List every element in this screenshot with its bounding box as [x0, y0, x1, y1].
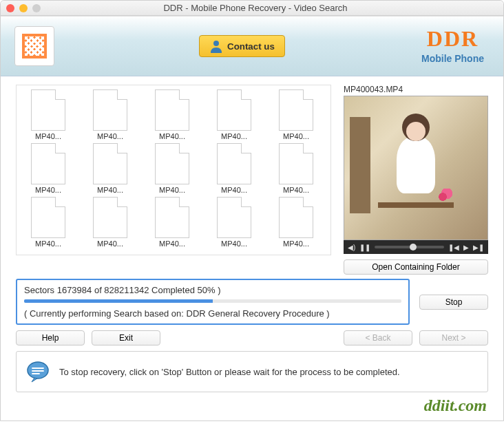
logo-icon: [22, 34, 47, 58]
file-item[interactable]: MP40...: [81, 197, 139, 248]
volume-icon[interactable]: ◀): [348, 244, 355, 251]
file-icon: [217, 89, 251, 131]
window-title: DDR - Mobile Phone Recovery - Video Sear…: [13, 3, 498, 13]
file-icon: [93, 143, 127, 184]
file-label: MP40...: [148, 239, 196, 248]
file-item[interactable]: MP40...: [19, 197, 77, 248]
stop-button[interactable]: Stop: [419, 295, 488, 310]
file-label: MP40...: [272, 132, 320, 140]
file-label: MP40...: [86, 132, 134, 140]
file-icon: [31, 89, 65, 131]
media-controls: ◀) ❚❚ ❚◀ ▶ ▶❚: [344, 240, 488, 254]
file-item[interactable]: MP40...: [205, 89, 263, 140]
file-item[interactable]: MP40...: [81, 89, 139, 140]
file-icon: [155, 89, 189, 131]
file-icon: [93, 197, 127, 238]
file-icon: [217, 197, 251, 238]
brand: DDR Mobile Phone: [421, 26, 484, 64]
file-grid: MP40...MP40...MP40...MP40...MP40...MP40.…: [16, 85, 331, 255]
next-button: Next >: [419, 330, 488, 345]
brand-subtitle: Mobile Phone: [421, 53, 484, 64]
next-icon[interactable]: ▶❚: [473, 244, 484, 251]
pause-icon[interactable]: ❚❚: [359, 244, 370, 251]
header: Contact us DDR Mobile Phone: [1, 16, 503, 76]
brand-title: DDR: [421, 26, 484, 52]
titlebar: DDR - Mobile Phone Recovery - Video Sear…: [1, 1, 503, 16]
file-item[interactable]: MP40...: [267, 197, 325, 248]
file-icon: [155, 197, 189, 238]
prev-icon[interactable]: ❚◀: [448, 244, 459, 251]
file-label: MP40...: [272, 186, 320, 194]
file-item[interactable]: MP40...: [143, 197, 201, 248]
progress-fill: [24, 299, 213, 303]
content-area: MP40...MP40...MP40...MP40...MP40...MP40.…: [1, 76, 503, 255]
svg-point-0: [213, 41, 219, 46]
video-preview[interactable]: [344, 96, 488, 240]
file-item[interactable]: MP40...: [267, 89, 325, 140]
file-item[interactable]: MP40...: [267, 143, 325, 194]
file-label: MP40...: [24, 186, 72, 194]
file-label: MP40...: [272, 239, 320, 248]
file-item[interactable]: MP40...: [81, 143, 139, 194]
file-item[interactable]: MP40...: [19, 89, 77, 140]
play-icon[interactable]: ▶: [463, 244, 469, 251]
app-logo: [14, 26, 54, 66]
exit-button[interactable]: Exit: [92, 330, 160, 345]
file-item[interactable]: MP40...: [205, 143, 263, 194]
file-label: MP40...: [148, 132, 196, 140]
file-label: MP40...: [210, 186, 258, 194]
file-icon: [279, 143, 313, 184]
file-label: MP40...: [86, 186, 134, 194]
file-label: MP40...: [148, 186, 196, 194]
file-icon: [279, 89, 313, 131]
hint-box: To stop recovery, click on 'Stop' Button…: [16, 351, 488, 392]
app-window: DDR - Mobile Phone Recovery - Video Sear…: [0, 0, 504, 421]
preview-image: [344, 96, 487, 239]
progress-status: Sectors 1673984 of 828211342 Completed 5…: [24, 285, 401, 295]
file-label: MP40...: [210, 132, 258, 140]
file-item[interactable]: MP40...: [143, 143, 201, 194]
file-icon: [279, 197, 313, 238]
file-icon: [155, 143, 189, 184]
back-button: < Back: [344, 330, 412, 345]
file-label: MP40...: [210, 239, 258, 248]
file-item[interactable]: MP40...: [143, 89, 201, 140]
svg-point-1: [28, 362, 48, 379]
file-item[interactable]: MP40...: [19, 143, 77, 194]
progress-subtitle: ( Currently performing Search based on: …: [24, 308, 401, 319]
file-icon: [217, 143, 251, 184]
file-label: MP40...: [24, 132, 72, 140]
person-icon: [209, 39, 223, 53]
open-containing-folder-button[interactable]: Open Containing Folder: [344, 259, 488, 275]
nav-row: Help Exit < Back Next >: [1, 325, 503, 345]
progress-row: Sectors 1673984 of 828211342 Completed 5…: [1, 275, 503, 325]
file-icon: [93, 89, 127, 131]
contact-us-button[interactable]: Contact us: [199, 35, 285, 57]
seek-bar[interactable]: [375, 246, 444, 248]
file-icon: [31, 197, 65, 238]
file-label: MP40...: [24, 239, 72, 248]
info-icon: [26, 360, 50, 383]
preview-panel: MP400043.MP4 ◀) ❚❚ ❚◀ ▶ ▶❚: [344, 85, 488, 255]
help-button[interactable]: Help: [16, 330, 85, 345]
hint-text: To stop recovery, click on 'Stop' Button…: [59, 367, 400, 377]
preview-filename: MP400043.MP4: [344, 85, 488, 94]
file-label: MP40...: [86, 239, 134, 248]
progress-bar: [24, 299, 401, 303]
file-item[interactable]: MP40...: [205, 197, 263, 248]
progress-box: Sectors 1673984 of 828211342 Completed 5…: [16, 279, 410, 325]
file-icon: [31, 143, 65, 184]
contact-us-label: Contact us: [227, 41, 275, 52]
watermark: ddiit.com: [1, 392, 503, 420]
